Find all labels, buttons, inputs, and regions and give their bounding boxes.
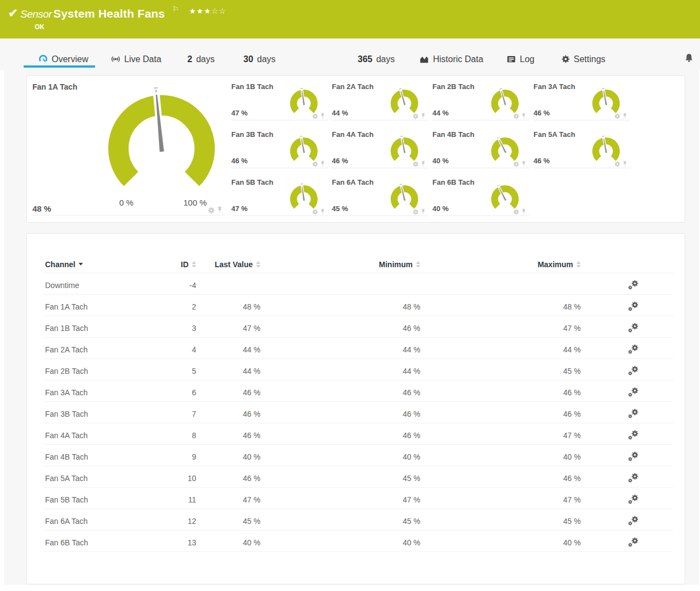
gauge-actions: [614, 161, 627, 167]
gauge-value: 46 %: [534, 157, 550, 165]
flag-icon[interactable]: ⚐: [173, 5, 179, 13]
table-row[interactable]: Fan 2A Tach 4 44 % 44 % 44 %: [44, 337, 673, 358]
tab-365-days[interactable]: 365days: [358, 51, 395, 68]
status-check-icon: ✔: [8, 7, 18, 20]
col-header-id[interactable]: ID: [148, 256, 196, 273]
cell-channel[interactable]: Fan 4B Tach: [44, 444, 148, 466]
col-header-channel[interactable]: Channel: [44, 256, 148, 273]
pin-icon[interactable]: [217, 207, 223, 214]
priority-stars[interactable]: ★★★☆☆: [189, 7, 226, 15]
channel-settings-icon[interactable]: [628, 516, 638, 526]
channel-gear-icon[interactable]: [312, 209, 318, 215]
pin-icon[interactable]: [623, 113, 627, 119]
table-row[interactable]: Fan 2B Tach 5 44 % 44 % 45 %: [44, 358, 673, 380]
sort-desc-icon: [79, 263, 83, 266]
gauge-dial: x: [98, 85, 225, 190]
tab-2-days[interactable]: 2days: [187, 51, 215, 68]
gauge-actions: [413, 113, 426, 119]
table-row[interactable]: Fan 3B Tach 7 46 % 46 % 46 %: [44, 401, 673, 423]
table-row[interactable]: Fan 4B Tach 9 40 % 40 % 40 %: [44, 444, 673, 466]
tab-live-data[interactable]: Live Data: [111, 51, 162, 68]
cell-channel[interactable]: Fan 5A Tach: [44, 466, 148, 487]
cell-last-value: 47 %: [196, 487, 260, 509]
table-row[interactable]: Fan 5B Tach 11 47 % 47 % 47 %: [44, 487, 673, 509]
table-row[interactable]: Fan 1B Tach 3 47 % 46 % 47 %: [44, 316, 673, 337]
channel-gear-icon[interactable]: [513, 161, 519, 167]
notification-bell-icon[interactable]: [685, 53, 693, 63]
tab-365days-unit: days: [376, 54, 395, 64]
tab-30days-unit: days: [257, 54, 276, 64]
channel-gear-icon[interactable]: [513, 113, 519, 119]
cell-actions: [581, 466, 673, 487]
tab-settings[interactable]: Settings: [562, 51, 605, 68]
pin-icon[interactable]: [421, 209, 426, 215]
channel-gear-icon[interactable]: [208, 207, 215, 214]
pin-icon[interactable]: [521, 161, 526, 167]
channel-settings-icon[interactable]: [628, 494, 638, 504]
cell-channel[interactable]: Fan 6A Tach: [44, 509, 148, 530]
cell-channel[interactable]: Fan 6B Tach: [44, 530, 148, 551]
table-row[interactable]: Fan 5A Tach 10 46 % 45 % 46 %: [44, 466, 673, 487]
cell-channel[interactable]: Fan 5B Tach: [44, 487, 148, 509]
pin-icon[interactable]: [320, 209, 325, 215]
cell-channel[interactable]: Fan 2B Tach: [44, 358, 148, 380]
pin-icon[interactable]: [521, 113, 526, 119]
cell-last-value: [196, 273, 260, 294]
channel-settings-icon[interactable]: [628, 344, 638, 354]
tab-historic-data[interactable]: Historic Data: [419, 51, 484, 68]
cell-channel[interactable]: Fan 3B Tach: [44, 401, 148, 423]
pin-icon[interactable]: [421, 113, 426, 119]
tab-2days-unit: days: [196, 54, 215, 64]
channel-settings-icon[interactable]: [628, 301, 638, 311]
table-row[interactable]: Fan 4A Tach 8 46 % 46 % 47 %: [44, 423, 673, 444]
pin-icon[interactable]: [421, 161, 426, 167]
cell-channel[interactable]: Fan 4A Tach: [44, 423, 148, 444]
cell-channel[interactable]: Fan 3A Tach: [44, 380, 148, 401]
table-row[interactable]: Downtime -4: [44, 273, 673, 294]
channel-gear-icon[interactable]: [312, 161, 318, 167]
channel-settings-icon[interactable]: [628, 451, 638, 461]
cell-channel[interactable]: Downtime: [44, 273, 148, 294]
cell-channel[interactable]: Fan 1A Tach: [44, 294, 148, 316]
channel-settings-icon[interactable]: [628, 323, 638, 333]
pin-icon[interactable]: [320, 161, 325, 167]
cell-maximum: 44 %: [420, 337, 581, 358]
channel-gear-icon[interactable]: [413, 209, 419, 215]
channel-gear-icon[interactable]: [413, 161, 419, 167]
channel-settings-icon[interactable]: [628, 280, 638, 290]
cell-id: 10: [148, 466, 196, 487]
gauge-actions: [513, 113, 526, 119]
table-row[interactable]: Fan 6B Tach 13 40 % 40 % 40 %: [44, 530, 673, 551]
channel-settings-icon[interactable]: [628, 473, 638, 483]
channel-settings-icon[interactable]: [628, 537, 638, 547]
gauge-actions: [413, 161, 426, 167]
pin-icon[interactable]: [521, 209, 526, 215]
cell-minimum: 40 %: [260, 444, 420, 466]
col-header-maximum[interactable]: Maximum: [420, 256, 581, 273]
channel-settings-icon[interactable]: [628, 408, 638, 418]
tab-log[interactable]: Log: [507, 51, 535, 68]
table-row[interactable]: Fan 3A Tach 6 46 % 46 % 46 %: [44, 380, 673, 401]
cell-channel[interactable]: Fan 1B Tach: [44, 316, 148, 337]
cell-channel[interactable]: Fan 2A Tach: [44, 337, 148, 358]
gauge-title: Fan 6B Tach: [432, 178, 474, 186]
channel-gear-icon[interactable]: [513, 209, 519, 215]
gauge-value: 44 %: [332, 109, 348, 117]
table-row[interactable]: Fan 1A Tach 2 48 % 48 % 48 %: [44, 294, 673, 316]
table-row[interactable]: Fan 6A Tach 12 45 % 45 % 45 %: [44, 509, 673, 530]
channel-settings-icon[interactable]: [628, 387, 638, 397]
channel-settings-icon[interactable]: [628, 366, 638, 375]
channel-gear-icon[interactable]: [413, 113, 419, 119]
gauge-cell: Fan 3A Tach 46 %: [534, 82, 630, 120]
gauge-cell: Fan 4B Tach 40 %: [432, 130, 529, 168]
tab-30-days[interactable]: 30days: [243, 51, 276, 68]
tab-log-label: Log: [520, 54, 535, 64]
pin-icon[interactable]: [623, 161, 627, 167]
channel-gear-icon[interactable]: [312, 113, 318, 119]
channel-gear-icon[interactable]: [614, 161, 620, 167]
channel-settings-icon[interactable]: [628, 430, 638, 440]
channel-gear-icon[interactable]: [614, 113, 620, 119]
col-header-last-value[interactable]: Last Value: [196, 256, 260, 273]
pin-icon[interactable]: [320, 113, 325, 119]
col-header-minimum[interactable]: Minimum: [260, 256, 420, 273]
